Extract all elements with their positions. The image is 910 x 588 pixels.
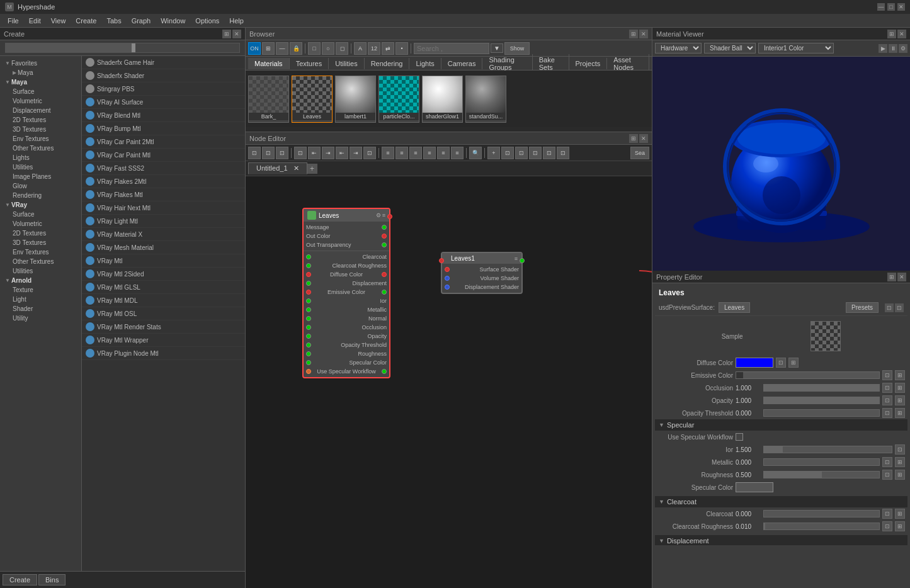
ne-btn-9[interactable]: ⊡: [363, 147, 376, 159]
tab-textures[interactable]: Textures: [290, 58, 329, 69]
shader-item[interactable]: VRay Mtl GLSL: [82, 281, 245, 294]
leaves-node-settings[interactable]: ⚙: [376, 212, 381, 218]
emissive-slider[interactable]: [736, 371, 880, 379]
tree-maya-glow[interactable]: Glow: [0, 181, 81, 191]
opacity-slider[interactable]: [763, 397, 880, 404]
outtrans-socket[interactable]: [382, 242, 387, 247]
opacity-in-socket[interactable]: [306, 334, 311, 339]
material-thumb-leaves[interactable]: Leaves: [292, 76, 333, 123]
node-canvas-area[interactable]: Leaves ⚙ ≡ Message Out Color: [246, 176, 652, 588]
tree-vray-2dtex[interactable]: 2D Textures: [0, 229, 81, 238]
ne-btn-20[interactable]: ⊡: [543, 147, 555, 159]
diffuse-in-socket[interactable]: [306, 272, 311, 277]
leaves-node-menu[interactable]: ≡: [382, 212, 385, 218]
browser-scrollbar[interactable]: [246, 127, 652, 132]
shader-item[interactable]: VRay Bump Mtl: [82, 122, 245, 135]
toolbar-num-btn[interactable]: 12: [368, 42, 380, 55]
prop-close-btn[interactable]: ✕: [897, 273, 906, 281]
material-thumb-shaderglow[interactable]: shaderGlow1: [422, 76, 463, 123]
browser-close-btn[interactable]: ✕: [639, 30, 648, 38]
shader-item[interactable]: VRay Car Paint Mtl: [82, 149, 245, 162]
tab-projects[interactable]: Projects: [569, 58, 608, 69]
occlusion-in-socket[interactable]: [306, 325, 311, 330]
usespec-checkbox[interactable]: [736, 433, 743, 441]
tab-cameras[interactable]: Cameras: [441, 58, 483, 69]
leaves-node[interactable]: Leaves ⚙ ≡ Message Out Color: [302, 208, 390, 378]
shader-item[interactable]: VRay Mtl Render Stats: [82, 320, 245, 334]
tree-maya-surface[interactable]: Surface: [0, 87, 81, 96]
tab-create[interactable]: Create: [3, 574, 37, 585]
node-tab-add[interactable]: +: [307, 164, 317, 174]
metallic-link-btn[interactable]: ⊡: [882, 457, 892, 467]
clearcoat-expand-btn[interactable]: ⊞: [895, 509, 905, 519]
minimize-btn[interactable]: —: [877, 3, 885, 11]
tree-vray-volumetric[interactable]: Volumetric: [0, 219, 81, 229]
shader-item[interactable]: VRay Blend Mtl: [82, 109, 245, 122]
emissive-expand-btn[interactable]: ⊞: [895, 370, 905, 380]
occlusion-expand-btn[interactable]: ⊞: [895, 383, 905, 393]
opacity-expand-btn[interactable]: ⊞: [895, 395, 905, 405]
ne-btn-13[interactable]: ≡: [423, 147, 436, 159]
opthresh-expand-btn[interactable]: ⊞: [895, 408, 905, 418]
tree-vray[interactable]: ▼ VRay: [0, 200, 81, 210]
viewer-pause-btn[interactable]: ⏸: [889, 44, 897, 53]
tree-maya-envtex[interactable]: Env Textures: [0, 134, 81, 144]
diffuse-expand-btn[interactable]: ⊞: [788, 358, 799, 368]
ne-btn-10[interactable]: ≡: [382, 147, 394, 159]
emissive-out-socket[interactable]: [382, 290, 387, 295]
tree-maya-imgplanes[interactable]: Image Planes: [0, 172, 81, 181]
menu-help[interactable]: Help: [224, 16, 249, 26]
viewer-expand-btn[interactable]: ⊞: [887, 30, 896, 38]
tab-bake-sets[interactable]: Bake Sets: [533, 54, 569, 73]
clearcoat-link-btn[interactable]: ⊡: [882, 509, 892, 519]
shader-item[interactable]: VRay Plugin Node Mtl: [82, 347, 245, 360]
ne-btn-11[interactable]: ≡: [395, 147, 408, 159]
tree-arnold-utility[interactable]: Utility: [0, 314, 81, 323]
search-dropdown[interactable]: ▼: [491, 43, 503, 53]
occlusion-slider[interactable]: [763, 384, 880, 392]
browser-expand-btn[interactable]: ⊞: [629, 30, 638, 38]
toolbar-dot-btn[interactable]: •: [395, 42, 408, 55]
shader-item[interactable]: VRay Mtl OSL: [82, 307, 245, 320]
ne-zoom-btn[interactable]: 🔍: [469, 147, 482, 159]
menu-file[interactable]: File: [3, 16, 24, 26]
create-expand-btn[interactable]: ⊞: [222, 30, 231, 38]
tree-maya[interactable]: ▼ Maya: [0, 77, 81, 87]
tree-vray-utilities[interactable]: Utilities: [0, 266, 81, 276]
surface-socket[interactable]: [445, 267, 450, 272]
clearcoatr-slider[interactable]: [763, 523, 880, 530]
viewer-play-btn[interactable]: ▶: [879, 44, 887, 53]
node-editor-close-btn[interactable]: ✕: [639, 134, 648, 143]
node-editor-expand-btn[interactable]: ⊞: [629, 134, 638, 143]
ne-btn-17[interactable]: ⊡: [501, 147, 514, 159]
normal-in-socket[interactable]: [306, 316, 311, 321]
prop-btn-1[interactable]: ⊡: [885, 303, 894, 312]
opthresh-slider[interactable]: [763, 409, 880, 417]
toolbar-circle-btn[interactable]: ○: [322, 42, 334, 55]
material-thumb-lambert1[interactable]: lambert1: [335, 76, 376, 123]
tree-maya-rendering[interactable]: Rendering: [0, 191, 81, 200]
ior-slider[interactable]: [763, 446, 892, 453]
tree-arnold-texture[interactable]: Texture: [0, 285, 81, 295]
diffuse-link-btn[interactable]: ⊡: [776, 358, 786, 368]
occlusion-link-btn[interactable]: ⊡: [882, 383, 892, 393]
ne-btn-18[interactable]: ⊡: [515, 147, 528, 159]
show-btn[interactable]: Show: [504, 42, 530, 55]
viewer-settings-btn[interactable]: ⚙: [899, 44, 907, 53]
ne-btn-14[interactable]: ≡: [437, 147, 450, 159]
opacity-link-btn[interactable]: ⊡: [882, 395, 892, 405]
shader-item[interactable]: VRay Mtl: [82, 254, 245, 268]
tree-arnold-light[interactable]: Light: [0, 295, 81, 304]
tree-vray-envtex[interactable]: Env Textures: [0, 247, 81, 257]
tree-arnold-shader[interactable]: Shader: [0, 304, 81, 314]
tree-fav-maya[interactable]: ▶ Maya: [0, 68, 81, 77]
clearcoat-in-socket[interactable]: [306, 254, 311, 259]
tree-vray-3dtex[interactable]: 3D Textures: [0, 238, 81, 247]
ne-btn-19[interactable]: ⊡: [529, 147, 542, 159]
clearcoatr-link-btn[interactable]: ⊡: [882, 521, 892, 531]
menu-options[interactable]: Options: [190, 16, 224, 26]
slider-thumb[interactable]: [132, 43, 135, 52]
toolbar-square-btn[interactable]: □: [308, 42, 321, 55]
close-btn[interactable]: ✕: [897, 3, 905, 11]
roughness-link-btn[interactable]: ⊡: [882, 470, 892, 480]
